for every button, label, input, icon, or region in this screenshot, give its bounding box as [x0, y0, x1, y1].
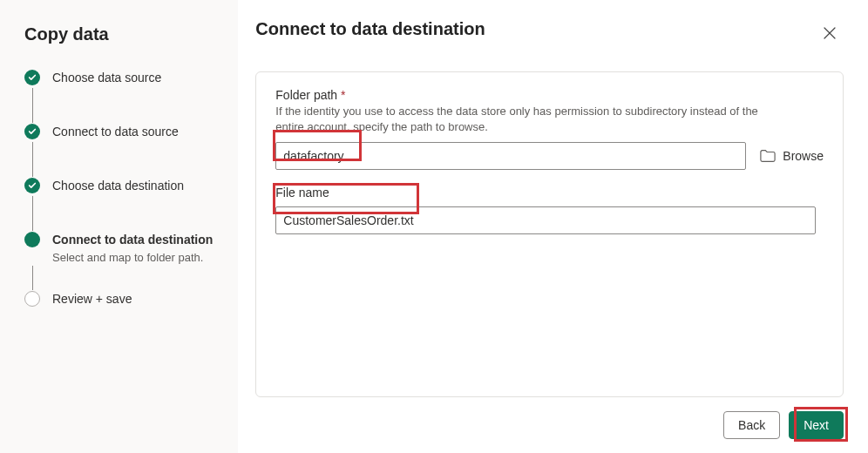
wizard-title: Copy data	[24, 24, 222, 44]
step-connector	[32, 142, 33, 177]
folder-icon	[760, 149, 776, 163]
next-button[interactable]: Next	[789, 411, 844, 439]
folder-path-label: Folder path *	[275, 88, 824, 102]
checkmark-icon	[24, 178, 40, 193]
step-connector	[32, 266, 33, 290]
checkmark-icon	[24, 70, 40, 85]
close-icon	[823, 26, 837, 40]
step-review-save[interactable]: Review + save	[24, 290, 222, 309]
close-button[interactable]	[816, 19, 844, 47]
wizard-sidebar: Copy data Choose data source Connect to …	[0, 0, 238, 453]
checkmark-icon	[24, 124, 40, 139]
folder-path-input[interactable]	[275, 142, 746, 170]
main-panel: Connect to data destination Folder path …	[238, 0, 868, 453]
step-label: Connect to data source	[52, 125, 179, 139]
current-step-icon	[24, 232, 40, 247]
step-connect-to-data-destination[interactable]: Connect to data destination Select and m…	[24, 231, 222, 266]
file-name-label: File name	[275, 186, 824, 199]
step-label: Review + save	[52, 292, 132, 306]
step-label: Choose data destination	[52, 179, 184, 193]
step-sublabel: Select and map to folder path.	[52, 250, 222, 266]
form-card: Folder path * If the identity you use to…	[255, 71, 844, 397]
back-button[interactable]: Back	[723, 411, 780, 439]
file-name-field: File name	[275, 186, 824, 234]
step-choose-data-source[interactable]: Choose data source	[24, 69, 222, 88]
step-list: Choose data source Connect to data sourc…	[24, 69, 222, 309]
required-indicator: *	[341, 88, 345, 102]
step-connect-to-data-source[interactable]: Connect to data source	[24, 123, 222, 142]
folder-path-help: If the identity you use to access the da…	[275, 104, 763, 135]
step-label: Choose data source	[52, 71, 161, 85]
pending-step-icon	[24, 291, 40, 307]
browse-button[interactable]: Browse	[760, 149, 824, 163]
panel-title: Connect to data destination	[255, 19, 485, 39]
step-connector	[32, 196, 33, 231]
step-choose-data-destination[interactable]: Choose data destination	[24, 177, 222, 196]
browse-label: Browse	[783, 149, 824, 163]
folder-path-field: Folder path * If the identity you use to…	[275, 88, 824, 170]
footer-actions: Back Next	[255, 397, 844, 439]
step-label: Connect to data destination	[52, 233, 213, 247]
file-name-input[interactable]	[275, 206, 816, 234]
step-connector	[32, 88, 33, 123]
